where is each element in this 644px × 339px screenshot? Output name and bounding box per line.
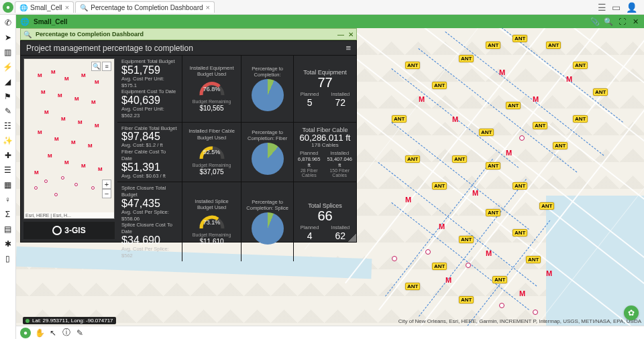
map-canvas[interactable]: ANT ANT ANT ANT ANT ANT ANT ANT ANT ANT … (16, 28, 644, 339)
attach-icon[interactable]: 📎 (590, 17, 600, 26)
pencil-icon[interactable]: ✎ (3, 106, 13, 117)
wand-icon[interactable]: ✨ (3, 135, 13, 146)
search-icon[interactable]: 🔍 (23, 31, 32, 38)
search-icon[interactable]: 🔍 (91, 62, 101, 71)
app-logo-icon: ● (3, 2, 13, 13)
arrow-icon[interactable]: ➤ (3, 32, 13, 43)
dashboard-panel: Project management percentage to complet… (20, 40, 357, 243)
expand-icon[interactable]: ⛶ (617, 17, 627, 26)
row-fiber: Fiber Cable Total Budget $97,845 Avg. Co… (117, 122, 356, 182)
row-splice: Splice Closure Total Budget $47,435 Avg.… (117, 182, 356, 261)
context-title: Small_Cell (34, 18, 68, 25)
mini-map-wrapper: 🔍 ≡ + − ММ ММ ММ (21, 56, 117, 242)
zoom-in-icon[interactable]: + (102, 180, 111, 189)
gauge-fiber: 52.5% (199, 141, 225, 161)
asterisk-icon[interactable]: ✱ (3, 239, 13, 249)
menu-icon[interactable]: ≡ (102, 62, 111, 71)
mini-attribution: Esri, HERE | Esri, H... (24, 212, 114, 218)
book-icon[interactable]: ▥ (3, 47, 13, 58)
app-logo-icon[interactable]: ● (20, 328, 31, 338)
search-icon: 🔍 (80, 4, 88, 11)
tab-small-cell[interactable]: 🌐 Small_Cell × (15, 1, 74, 13)
pointer-icon[interactable]: ↖ (48, 328, 58, 338)
account-icon[interactable]: 👤 (626, 2, 637, 13)
pie-fiber (252, 143, 284, 175)
tab-label: Percentage to Completion Dashboard (91, 4, 203, 11)
tab-label: Small_Cell (30, 4, 62, 11)
search-icon[interactable]: 🔍 (604, 17, 613, 26)
tab-dashboard[interactable]: 🔍 Percentage to Completion Dashboard × (75, 1, 215, 13)
gauge-equipment: 76.8% (199, 78, 225, 98)
zoom-out-icon[interactable]: − (102, 189, 111, 198)
note-icon[interactable]: ▯ (3, 253, 13, 264)
close-icon[interactable]: × (65, 3, 69, 11)
gauge-splice: 73.1% (199, 211, 225, 231)
map-attribution: City of New Orleans, Esri, HERE, Garmin,… (398, 318, 641, 324)
metrics-grid: Equipment Total Budget $51,759 Avg. Cost… (117, 56, 356, 242)
info-icon[interactable]: ⓘ (62, 328, 71, 338)
flag-icon[interactable]: ⚑ (3, 91, 13, 102)
edit-icon[interactable]: ✎ (75, 328, 85, 338)
sigma-icon[interactable]: Σ (3, 209, 13, 220)
dashboard-subbar: 🔍 Percentage to Completion Dashboard — ✕ (20, 28, 357, 40)
grid-icon[interactable]: ▦ (3, 180, 13, 190)
close-icon[interactable]: ✕ (631, 17, 640, 26)
phone-icon[interactable]: ✆ (3, 17, 13, 28)
tab-bar: ● 🌐 Small_Cell × 🔍 Percentage to Complet… (0, 0, 644, 15)
brand-logo: 3-GIS (23, 222, 115, 239)
globe-icon: 🌐 (19, 4, 28, 11)
top-right-tools: ☰ ▭ 👤 (216, 2, 641, 13)
globe-icon (52, 226, 62, 235)
bottom-toolbar: ● ✋ ↖ ⓘ ✎ (16, 326, 644, 339)
context-bar: 🌐 Small_Cell 📎 🔍 ⛶ ✕ (16, 15, 644, 28)
coordinates-readout: Lat: 29.953711, Long: -90.074717 (23, 317, 116, 324)
bulb-icon[interactable]: ♀ (3, 194, 13, 205)
fab-settings[interactable]: ✿ (624, 306, 639, 320)
clipboard-icon[interactable]: ☰ (3, 165, 13, 176)
subbar-title: Percentage to Completion Dashboard (36, 31, 144, 38)
tag-icon[interactable]: ◢ (3, 76, 13, 87)
close-icon[interactable]: ✕ (348, 31, 354, 38)
panel-title: Project management percentage to complet… (26, 44, 193, 53)
calc-icon[interactable]: ▤ (3, 224, 13, 234)
bolt-icon[interactable]: ⚡ (3, 62, 13, 72)
row-equipment: Equipment Total Budget $51,759 Avg. Cost… (117, 56, 356, 122)
globe-icon: 🌐 (20, 17, 30, 26)
layers-icon[interactable]: ☷ (3, 121, 13, 131)
mini-map[interactable]: 🔍 ≡ + − ММ ММ ММ (23, 58, 115, 219)
puzzle-icon[interactable]: ✚ (3, 150, 13, 161)
status-dot-icon (25, 319, 30, 323)
minimize-icon[interactable]: — (337, 31, 344, 38)
pan-icon[interactable]: ✋ (35, 328, 44, 338)
left-toolbar: ✆ ➤ ▥ ⚡ ◢ ⚑ ✎ ☷ ✨ ✚ ☰ ▦ ♀ Σ ▤ ✱ ▯ (0, 15, 16, 339)
pie-splice (252, 212, 284, 245)
close-icon[interactable]: × (206, 3, 210, 11)
pie-equipment (252, 79, 284, 111)
chat-icon[interactable]: ▭ (612, 2, 621, 13)
list-icon[interactable]: ☰ (598, 2, 606, 13)
resize-handle[interactable] (348, 234, 356, 242)
menu-icon[interactable]: ≡ (345, 43, 351, 53)
